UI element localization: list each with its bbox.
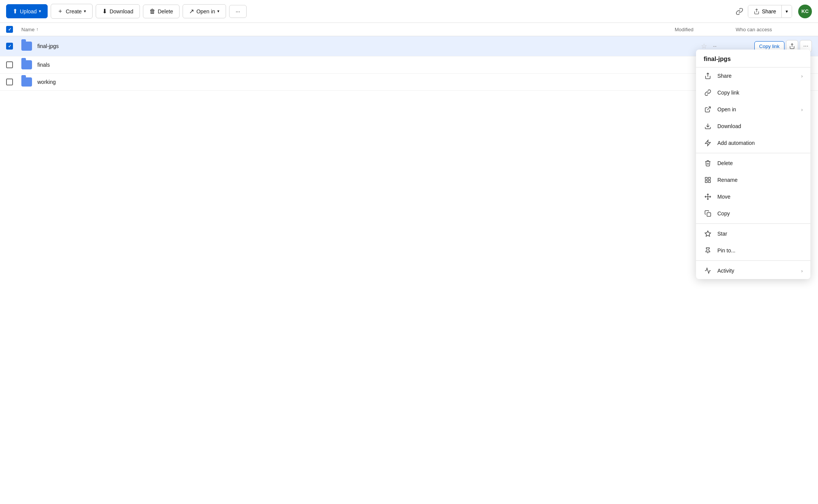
menu-item-copy-link[interactable]: Copy link	[696, 84, 810, 91]
copy-link-menu-label: Copy link	[717, 90, 739, 91]
share-menu-label: Share	[717, 73, 731, 79]
menu-item-share[interactable]: Share ›	[696, 67, 810, 84]
menu-section-1: Share › Copy link Open in › Download	[696, 67, 810, 91]
share-chevron-icon: ›	[801, 73, 803, 79]
share-menu-icon	[704, 72, 712, 80]
link-menu-icon	[704, 88, 712, 91]
context-menu: final-jpgs Share › Copy link Open in ›	[696, 50, 810, 91]
context-menu-title: final-jpgs	[696, 50, 810, 67]
context-menu-overlay[interactable]	[0, 0, 818, 91]
